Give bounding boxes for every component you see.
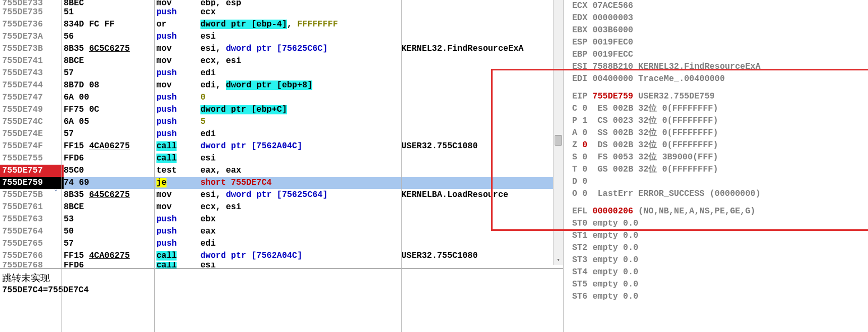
disasm-row[interactable]: 755DE7338BECmovebp, esp: [0, 0, 563, 6]
address-cell[interactable]: 755DE766: [0, 250, 64, 262]
mnemonic-cell: push: [156, 238, 200, 250]
bytes-cell: 51: [64, 6, 156, 19]
mnemonic-cell: mov: [156, 43, 200, 55]
flag-line[interactable]: D 0: [572, 176, 868, 188]
mnemonic-cell: call: [156, 262, 200, 268]
fpu-register-line[interactable]: ST6 empty 0.0: [572, 291, 868, 303]
disasm-row[interactable]: 755DE73551pushecx: [0, 6, 563, 19]
mnemonic-cell: push: [156, 116, 200, 128]
mnemonic-cell: mov: [156, 79, 200, 92]
flag-line[interactable]: Z 0 DS 002B 32位 0(FFFFFFFF): [572, 139, 868, 151]
disasm-row[interactable]: 755DE75974 69jeshort 755DE7C4: [0, 177, 563, 189]
bytes-cell: 8BEC: [64, 0, 156, 6]
mnemonic-cell: push: [156, 31, 200, 43]
fpu-register-line[interactable]: ST4 empty 0.0: [572, 266, 868, 279]
disasm-row[interactable]: 755DE75B8B35 645C6275movesi, dword ptr […: [0, 189, 563, 201]
disasm-row[interactable]: 755DE74E57pushedi: [0, 128, 563, 140]
bytes-cell: 56: [64, 31, 156, 43]
register-line[interactable]: ECX 07ACE566: [572, 0, 868, 12]
address-cell[interactable]: 755DE743: [0, 67, 64, 79]
address-cell[interactable]: 755DE768: [0, 262, 64, 268]
address-cell[interactable]: 755DE757: [0, 165, 64, 177]
operands-cell: esi: [200, 152, 401, 165]
register-line[interactable]: ESI 7588B210 KERNEL32.FindResourceExA: [572, 61, 868, 73]
disasm-row[interactable]: 755DE76450pusheax: [0, 226, 563, 238]
comment-cell: KERNEL32.FindResourceExA: [401, 43, 563, 55]
mnemonic-cell: push: [156, 92, 200, 104]
scrollbar-thumb[interactable]: [555, 135, 562, 146]
register-line[interactable]: EBX 003B6000: [572, 24, 868, 37]
address-cell[interactable]: 755DE733: [0, 0, 64, 6]
disasm-row[interactable]: 755DE768FFD6callesi: [0, 262, 563, 268]
disasm-row[interactable]: 755DE7476A 00push0: [0, 92, 563, 104]
address-cell[interactable]: 755DE763: [0, 213, 64, 226]
bytes-cell: 57: [64, 128, 156, 140]
mnemonic-cell: push: [156, 67, 200, 79]
operands-cell: 0: [200, 92, 401, 104]
register-line[interactable]: EDX 00000003: [572, 12, 868, 24]
bytes-cell: 8B35 645C6275: [64, 189, 156, 201]
registers-panel[interactable]: ECX 07ACE566EDX 00000003EBX 003B6000ESP …: [563, 0, 868, 332]
flag-line[interactable]: O 0 LastErr ERROR_SUCCESS (00000000): [572, 188, 868, 200]
eip-register[interactable]: EIP 755DE759 USER32.755DE759: [572, 91, 868, 103]
disasm-row[interactable]: 755DE73A56pushesi: [0, 31, 563, 43]
scroll-down-icon[interactable]: ▾: [555, 256, 562, 264]
column-divider: [62, 0, 62, 332]
flag-line[interactable]: P 1 CS 0023 32位 0(FFFFFFFF): [572, 115, 868, 127]
disasm-row[interactable]: 755DE76557pushedi: [0, 238, 563, 250]
disasm-row[interactable]: 755DE736834D FC FFordword ptr [ebp-4], F…: [0, 19, 563, 31]
bytes-cell: 57: [64, 67, 156, 79]
address-cell[interactable]: 755DE73B: [0, 43, 64, 55]
fpu-registers: ST0 empty 0.0ST1 empty 0.0ST2 empty 0.0S…: [572, 218, 868, 303]
fpu-register-line[interactable]: ST1 empty 0.0: [572, 230, 868, 242]
fpu-register-line[interactable]: ST5 empty 0.0: [572, 279, 868, 291]
address-cell[interactable]: 755DE747: [0, 92, 64, 104]
address-cell[interactable]: 755DE749: [0, 104, 64, 116]
address-cell[interactable]: 755DE765: [0, 238, 64, 250]
address-cell[interactable]: 755DE74F: [0, 140, 64, 152]
flag-line[interactable]: A 0 SS 002B 32位 0(FFFFFFFF): [572, 127, 868, 139]
disasm-scrollbar[interactable]: ▾: [553, 0, 563, 265]
flag-line[interactable]: S 0 FS 0053 32位 3B9000(FFF): [572, 151, 868, 164]
disasm-panel[interactable]: ⌄ 755DE7338BECmovebp, esp755DE73551pushe…: [0, 0, 563, 332]
disasm-row[interactable]: 755DE74357pushedi: [0, 67, 563, 79]
fpu-register-line[interactable]: ST0 empty 0.0: [572, 218, 868, 230]
disasm-row[interactable]: 755DE7448B7D 08movedi, dword ptr [ebp+8]: [0, 79, 563, 92]
flag-line[interactable]: C 0 ES 002B 32位 0(FFFFFFFF): [572, 103, 868, 115]
column-divider: [154, 0, 155, 332]
disasm-row[interactable]: 755DE74FFF15 4CA06275calldword ptr [7562…: [0, 140, 563, 152]
disasm-row[interactable]: 755DE7418BCEmovecx, esi: [0, 55, 563, 67]
address-cell[interactable]: 755DE736: [0, 19, 64, 31]
register-line[interactable]: EDI 00400000 TraceMe_.00400000: [572, 73, 868, 85]
bytes-cell: FF15 4CA06275: [64, 140, 156, 152]
fpu-register-line[interactable]: ST3 empty 0.0: [572, 254, 868, 266]
disasm-row[interactable]: 755DE749FF75 0Cpushdword ptr [ebp+C]: [0, 104, 563, 116]
disasm-row[interactable]: 755DE73B8B35 6C5C6275movesi, dword ptr […: [0, 43, 563, 55]
disasm-row[interactable]: 755DE755FFD6callesi: [0, 152, 563, 165]
address-cell[interactable]: 755DE761: [0, 201, 64, 213]
disasm-list[interactable]: 755DE7338BECmovebp, esp755DE73551pushecx…: [0, 0, 563, 268]
address-cell[interactable]: 755DE755: [0, 152, 64, 165]
register-line[interactable]: EBP 0019FECC: [572, 49, 868, 61]
address-cell[interactable]: 755DE74E: [0, 128, 64, 140]
disasm-row[interactable]: 755DE75785C0testeax, eax: [0, 165, 563, 177]
general-registers: ECX 07ACE566EDX 00000003EBX 003B6000ESP …: [572, 0, 868, 85]
address-cell[interactable]: 755DE74C: [0, 116, 64, 128]
address-cell[interactable]: 755DE741: [0, 55, 64, 67]
operands-cell: esi, dword ptr [75625C6C]: [200, 43, 401, 55]
disasm-row[interactable]: 755DE76353pushebx: [0, 213, 563, 226]
register-line[interactable]: ESP 0019FEC0: [572, 37, 868, 49]
efl-register[interactable]: EFL 00000206 (NO,NB,NE,A,NS,PE,GE,G): [572, 205, 868, 218]
disasm-row[interactable]: 755DE7618BCEmovecx, esi: [0, 201, 563, 213]
bytes-cell: FF75 0C: [64, 104, 156, 116]
address-cell[interactable]: 755DE735: [0, 6, 64, 19]
disasm-row[interactable]: 755DE766FF15 4CA06275calldword ptr [7562…: [0, 250, 563, 262]
address-cell[interactable]: 755DE73A: [0, 31, 64, 43]
bytes-cell: 85C0: [64, 165, 156, 177]
flag-line[interactable]: T 0 GS 002B 32位 0(FFFFFFFF): [572, 164, 868, 176]
fpu-register-line[interactable]: ST2 empty 0.0: [572, 242, 868, 254]
mnemonic-cell: or: [156, 19, 200, 31]
address-cell[interactable]: 755DE764: [0, 226, 64, 238]
disasm-row[interactable]: 755DE74C6A 05push5: [0, 116, 563, 128]
address-cell[interactable]: 755DE744: [0, 79, 64, 92]
